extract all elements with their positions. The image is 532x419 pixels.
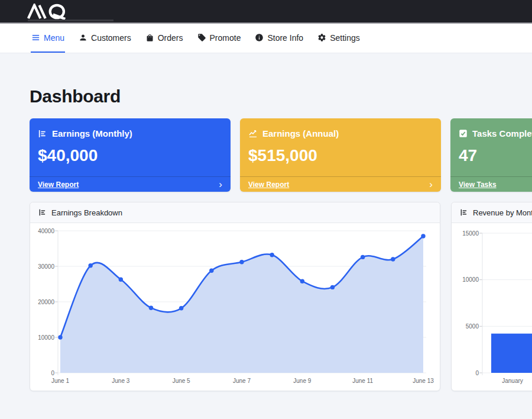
- nav-item-menu[interactable]: Menu: [31, 24, 65, 53]
- bag-icon: [145, 33, 154, 42]
- stat-cards-row: Earnings (Monthly) $40,000 View Report ›…: [30, 118, 532, 192]
- svg-text:June 7: June 7: [233, 378, 251, 384]
- svg-text:10000: 10000: [38, 334, 54, 341]
- bar-chart-icon: [38, 208, 47, 217]
- nav-item-orders[interactable]: Orders: [145, 24, 184, 53]
- nav-item-label: Orders: [158, 33, 183, 43]
- svg-text:0: 0: [475, 370, 479, 376]
- svg-text:June 13: June 13: [413, 378, 434, 384]
- hamburger-icon: [31, 33, 40, 42]
- svg-text:5000: 5000: [466, 323, 479, 330]
- svg-text:20000: 20000: [38, 299, 54, 305]
- view-report-link[interactable]: View Report: [38, 181, 79, 189]
- card-earnings-annual: Earnings (Annual) $515,000 View Report ›: [240, 118, 441, 192]
- card-tasks-completed: Tasks Completed 47 View Tasks ›: [450, 118, 532, 192]
- nav-item-store-info[interactable]: Store Info: [254, 24, 304, 53]
- svg-text:10000: 10000: [462, 276, 479, 283]
- nav-item-settings[interactable]: Settings: [317, 24, 361, 53]
- nav-item-promote[interactable]: Promote: [197, 24, 242, 53]
- chevron-right-icon: ›: [429, 179, 433, 189]
- line-chart-icon: [248, 129, 258, 138]
- panel-title: Earnings Breakdown: [51, 208, 122, 217]
- svg-text:30000: 30000: [38, 263, 54, 270]
- card-title: Tasks Completed: [472, 128, 532, 138]
- check-square-icon: [459, 129, 468, 138]
- card-earnings-monthly: Earnings (Monthly) $40,000 View Report ›: [30, 118, 231, 192]
- info-icon: [255, 33, 264, 42]
- svg-text:15000: 15000: [462, 230, 479, 237]
- card-title: Earnings (Monthly): [52, 128, 132, 138]
- nav-item-label: Promote: [210, 33, 241, 43]
- card-value: $515,000: [248, 146, 433, 165]
- svg-text:40000: 40000: [38, 228, 54, 234]
- logo-underline: [28, 20, 113, 21]
- card-value: $40,000: [38, 146, 222, 165]
- page-title: Dashboard: [30, 86, 532, 107]
- svg-text:June 3: June 3: [112, 378, 129, 384]
- chevron-right-icon: ›: [219, 179, 222, 189]
- panel-revenue-by-month: Revenue by Month 050001000015000January: [451, 202, 532, 391]
- app-logo-icon[interactable]: [27, 4, 76, 20]
- nav-item-label: Menu: [44, 33, 64, 43]
- svg-text:June 9: June 9: [293, 378, 311, 384]
- nav-item-customers[interactable]: Customers: [78, 24, 132, 53]
- area-chart[interactable]: 010000200003000040000June 1June 3June 5J…: [30, 223, 440, 391]
- gear-icon: [317, 33, 326, 42]
- bar-chart[interactable]: 050001000015000January: [452, 223, 532, 391]
- view-tasks-link[interactable]: View Tasks: [459, 181, 497, 189]
- nav-bar: Menu Customers Orders Promote Store Info…: [0, 24, 532, 53]
- nav-item-label: Store Info: [267, 33, 303, 43]
- bar-chart-icon: [38, 129, 47, 138]
- person-icon: [79, 33, 87, 42]
- bar-chart-icon: [460, 208, 468, 217]
- view-report-link[interactable]: View Report: [248, 181, 289, 189]
- tag-icon: [197, 33, 206, 42]
- card-title: Earnings (Annual): [262, 128, 339, 138]
- svg-text:June 11: June 11: [352, 378, 373, 384]
- svg-text:0: 0: [51, 370, 54, 376]
- main-content: Dashboard Earnings (Monthly) $40,000 Vie…: [0, 86, 532, 391]
- card-value: 47: [459, 146, 532, 165]
- nav-item-label: Customers: [91, 33, 131, 43]
- panel-title: Revenue by Month: [473, 208, 532, 217]
- svg-text:June 5: June 5: [173, 378, 190, 384]
- nav-item-label: Settings: [330, 33, 360, 43]
- svg-text:January: January: [502, 378, 523, 384]
- chart-panels-row: Earnings Breakdown 010000200003000040000…: [30, 202, 532, 391]
- panel-earnings-breakdown: Earnings Breakdown 010000200003000040000…: [30, 202, 440, 391]
- svg-text:June 1: June 1: [51, 378, 69, 384]
- app-header: [0, 0, 532, 24]
